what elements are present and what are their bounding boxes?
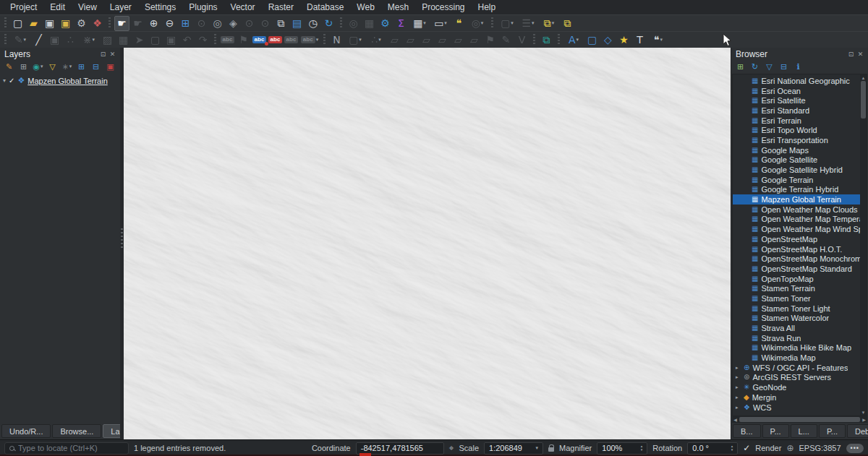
zoom-to-selection-button[interactable]: ⊙ [194,16,209,31]
chevron-down-icon[interactable]: ▾ [41,64,43,69]
render-checkbox[interactable]: ✓ [743,443,750,453]
expand-all-button[interactable]: ⊞ [75,61,88,72]
marker-annotation-button[interactable]: ★ [616,33,631,48]
split-features-button[interactable]: V [514,33,529,48]
dock-tab-p[interactable]: P... [762,424,789,438]
spin-down-icon[interactable]: ▾ [731,448,733,452]
browser-item-geonode[interactable]: ▸✳GeoNode [733,382,860,392]
layer-diagram-button[interactable]: abc [268,33,283,48]
add-record-button[interactable]: ▨ [100,33,115,48]
expander-icon[interactable]: ▸ [736,405,741,410]
dock-tab-b[interactable]: B... [733,424,761,438]
run-feature-action-button[interactable]: ▦ [362,16,377,31]
zoom-native-button[interactable]: ◈ [226,16,241,31]
browser-item-open-weather-map-wind-speed[interactable]: ▦Open Weather Map Wind Speed [733,224,860,234]
toggle-editing-button[interactable]: ╱ [31,33,46,48]
zoom-in-button[interactable]: ⊕ [146,16,161,31]
filter-browser-button[interactable]: ▽ [763,61,775,72]
zoom-full-button[interactable]: ⊞ [178,16,193,31]
snapping-options-button[interactable]: ⋇▾ [79,33,99,48]
scrollbar-thumb[interactable] [861,81,866,119]
browser-item-esri-satellite[interactable]: ▦Esri Satellite [733,95,860,106]
map-canvas[interactable] [124,48,731,439]
menu-database[interactable]: Database [301,1,349,14]
undo-button[interactable]: ↶ [179,33,195,48]
select-annotations-button[interactable]: ▢ [584,33,600,48]
add-selected-layers-button[interactable]: ⊞ [734,61,746,72]
browser-item-google-satellite-hybrid[interactable]: ▦Google Satellite Hybrid [733,165,860,175]
new-print-layout-button[interactable]: N [329,33,344,48]
scroll-down-icon[interactable]: ▼ [861,409,866,416]
expander-icon[interactable]: ▸ [736,384,741,390]
toolbar-handle[interactable] [556,34,561,46]
chevron-down-icon[interactable]: ▾ [444,20,447,26]
chevron-down-icon[interactable]: ▾ [69,64,72,69]
collapse-all-browser-button[interactable]: ⊟ [778,61,790,72]
magnifier-spinbox[interactable]: 100% ▴▾ [597,442,647,455]
browser-item-strava-run[interactable]: ▦Strava Run [733,333,860,343]
style-manager-button[interactable]: ❖ [90,16,105,31]
browser-item-wcs[interactable]: ▸❖WCS [733,403,860,413]
float-panel-icon[interactable]: ⊡ [846,49,856,59]
browser-item-esri-standard[interactable]: ▦Esri Standard [733,106,860,116]
chevron-down-icon[interactable]: ▾ [532,20,535,26]
messages-icon[interactable]: ••• [846,444,864,453]
browser-item-open-weather-map-clouds[interactable]: ▦Open Weather Map Clouds [733,205,860,215]
chevron-down-icon[interactable]: ▾ [359,37,362,43]
menu-view[interactable]: View [72,1,103,14]
browser-item-wfs-ogc-api-features[interactable]: ▸⊕WFS / OGC API - Features [733,363,860,373]
browser-item-openstreetmap-h-o-t[interactable]: ▦OpenStreetMap H.O.T. [733,244,860,254]
simplify-feature-button[interactable]: ▱ [435,33,450,48]
chevron-down-icon[interactable]: ▾ [378,37,381,43]
browser-item-stamen-watercolor[interactable]: ▦Stamen Watercolor [733,314,860,324]
chevron-down-icon[interactable]: ▾ [316,37,319,43]
dock-tab-l[interactable]: L... [791,424,817,438]
scroll-right-icon[interactable]: ▶ [861,417,867,422]
refresh-button[interactable]: ↻ [321,16,336,31]
scroll-up-icon[interactable]: ▲ [861,74,866,81]
select-by-form-button[interactable]: ☰▾ [518,16,538,31]
digitize-shape-button[interactable]: ∴▾ [366,33,386,48]
copy-move-feature-button[interactable]: ▱ [403,33,418,48]
menu-raster[interactable]: Raster [263,1,299,14]
pan-map-button[interactable]: ☛ [114,16,129,31]
manage-map-themes-button[interactable]: ◉▾ [32,61,44,72]
toolbar-handle[interactable] [322,34,327,46]
close-panel-icon[interactable]: ✕ [108,49,117,59]
menu-settings[interactable]: Settings [139,1,182,14]
new-project-button[interactable]: ▢ [10,16,25,31]
save-project-button[interactable]: ▣ [42,16,57,31]
menu-vector[interactable]: Vector [225,1,261,14]
temporal-controller-button[interactable]: ◷ [305,16,320,31]
layer-labeling-button[interactable]: abc [252,33,267,48]
digitize-segment-button[interactable]: ∴ [63,33,78,48]
remove-layer-button[interactable]: ▣ [104,61,116,72]
bookmarks-button[interactable]: ▤ [289,16,305,31]
map-themes-layers-button[interactable]: ⧉ [539,33,554,48]
expander-icon[interactable]: ▾ [3,77,6,84]
spinner-arrows[interactable]: ▴▾ [731,444,733,452]
layer-item-mapzen-global-terrain[interactable]: ▾ ✓ ❖ Mapzen Global Terrain [0,74,120,87]
scale-combobox[interactable]: 1:206849 ▾ [484,442,543,455]
expander-icon[interactable]: ▸ [736,365,741,371]
chevron-down-icon[interactable]: ▾ [93,37,95,43]
open-layer-styling-button[interactable]: ✎ [3,61,15,72]
redo-button[interactable]: ↷ [195,33,210,48]
pan-to-selection-button[interactable]: ☛ [130,16,145,31]
toolbar-handle[interactable] [3,34,8,46]
zoom-next-button[interactable]: ⊙ [258,16,273,31]
cut-features-button[interactable]: ➤ [132,33,147,48]
browser-item-open-weather-map-temperature[interactable]: ▦Open Weather Map Temperature [733,215,860,225]
browser-item-arcgis-rest-servers[interactable]: ▸⊛ArcGIS REST Servers [733,373,860,383]
offset-curve-button[interactable]: ⚑ [482,33,498,48]
browser-item-stamen-toner-light[interactable]: ▦Stamen Toner Light [733,304,860,314]
reshape-features-button[interactable]: ✎ [498,33,514,48]
browser-item-esri-ocean[interactable]: ▦Esri Ocean [733,86,860,96]
browser-item-wikimedia-map[interactable]: ▦Wikimedia Map [733,353,860,363]
chevron-down-icon[interactable]: ▾ [576,37,579,43]
spin-down-icon[interactable]: ▾ [641,448,643,452]
zoom-last-button[interactable]: ⊙ [242,16,257,31]
new-map-view-button[interactable]: ⧉ [273,16,289,31]
zoom-to-layer-button[interactable]: ◎ [210,16,225,31]
browser-item-mapzen-global-terrain[interactable]: ▦Mapzen Global Terrain [733,194,860,205]
